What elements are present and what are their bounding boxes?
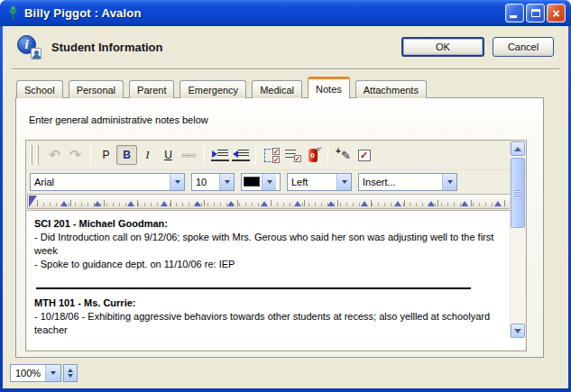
scrollbar-thumb[interactable] — [511, 158, 525, 228]
add-note-button[interactable]: +✎ — [333, 145, 354, 165]
font-size-select[interactable]: 10 — [191, 173, 235, 191]
tab-stop-marker[interactable] — [261, 201, 268, 206]
note-divider — [36, 287, 471, 289]
format-bar: Arial 10 Left — [26, 170, 526, 194]
add-note-icon: +✎ — [336, 148, 351, 162]
tab-stop-marker[interactable] — [294, 201, 301, 206]
tab-stop-marker[interactable] — [60, 201, 68, 206]
chevron-down-icon[interactable] — [262, 174, 276, 190]
redo-icon: ↷ — [69, 147, 81, 163]
chevron-down-icon[interactable] — [45, 365, 60, 381]
dialog-header: i Student Information OK Cancel — [17, 34, 554, 59]
alignment-select[interactable]: Left — [287, 173, 352, 191]
tab-stop-marker[interactable] — [127, 201, 134, 206]
font-family-select[interactable]: Arial — [30, 173, 185, 191]
outdent-button[interactable] — [230, 145, 251, 165]
strikethrough-icon: ABC — [181, 151, 196, 160]
close-button[interactable]: × — [547, 4, 566, 23]
tab-parent[interactable]: Parent — [129, 80, 174, 98]
tab-personal[interactable]: Personal — [69, 80, 124, 98]
zoom-level-select[interactable]: 100% — [10, 364, 61, 382]
toolbar-separator — [90, 145, 91, 165]
maximize-button[interactable] — [526, 4, 545, 23]
note-heading: MTH 101 - Ms. Currie: — [34, 296, 502, 310]
toolbar-grip[interactable] — [30, 145, 32, 165]
tab-medical[interactable]: Medical — [252, 80, 302, 98]
scroll-down-button[interactable] — [511, 324, 525, 338]
auto-number-icon: 0=' — [309, 149, 318, 162]
note-heading: SCI 201 - Michael Goodman: — [34, 217, 502, 231]
chevron-down-icon[interactable] — [336, 174, 351, 190]
checklist-icon: ✓ — [285, 149, 299, 161]
zoom-control: 100% — [10, 364, 78, 382]
tab-stop-marker[interactable] — [194, 201, 201, 206]
chevron-down-icon[interactable] — [442, 174, 456, 190]
spin-down-icon — [68, 374, 73, 378]
window-controls: × — [505, 4, 566, 23]
window-title: Billy Piggot : Avalon — [24, 6, 142, 20]
tab-stop-marker[interactable] — [227, 201, 235, 206]
notes-text-area[interactable]: SCI 201 - Michael Goodman: - Did Introdu… — [27, 210, 525, 350]
page-title: Student Information — [51, 41, 163, 54]
header-separator — [12, 68, 559, 70]
chevron-down-icon — [514, 329, 521, 333]
tab-stop-marker[interactable] — [428, 201, 435, 206]
redo-button[interactable]: ↷ — [65, 145, 86, 165]
left-indent-marker[interactable] — [29, 196, 37, 207]
tab-attachments[interactable]: Attachments — [355, 80, 427, 98]
paragraph-button[interactable]: P — [96, 145, 116, 165]
tab-stop-marker[interactable] — [461, 201, 468, 206]
app-icon — [7, 5, 20, 22]
checkbox-field-button[interactable]: ✓ ✓ — [261, 145, 281, 165]
auto-number-button[interactable]: 0=' — [302, 145, 323, 165]
notes-tab-panel: Enter general administrative notes below… — [15, 97, 544, 358]
tab-notes[interactable]: Notes — [308, 77, 350, 98]
chevron-up-icon — [514, 147, 521, 151]
zoom-level-value: 100% — [11, 365, 45, 381]
insert-select[interactable]: Insert... — [358, 173, 457, 191]
tab-stop-marker[interactable] — [161, 201, 168, 206]
titlebar[interactable]: Billy Piggot : Avalon × — [0, 0, 571, 26]
scroll-up-button[interactable] — [511, 141, 525, 156]
close-icon: × — [552, 7, 559, 20]
strikethrough-button[interactable]: ABC — [179, 145, 199, 165]
vertical-scrollbar[interactable] — [510, 141, 525, 338]
cancel-button[interactable]: Cancel — [493, 37, 554, 57]
tab-school[interactable]: School — [16, 80, 63, 98]
undo-button[interactable]: ↶ — [44, 145, 65, 165]
toolbar-grip[interactable] — [36, 145, 39, 165]
tab-emergency[interactable]: Emergency — [180, 80, 246, 98]
student-information-icon: i — [17, 35, 41, 59]
tab-stop-marker[interactable] — [327, 201, 335, 206]
dialog-window: Billy Piggot : Avalon × i Student Inform… — [0, 0, 571, 392]
bold-button[interactable]: B — [116, 145, 137, 165]
tab-bar: School Personal Parent Emergency Medical… — [16, 77, 427, 98]
minimize-button[interactable] — [505, 4, 524, 23]
tab-stop-marker[interactable] — [361, 201, 368, 206]
note-line: - Did Introduction call on 9/12/06; spok… — [34, 231, 502, 258]
spellcheck-button[interactable]: ✓ — [354, 145, 374, 165]
ruler[interactable] — [27, 194, 525, 209]
maximize-icon — [531, 9, 540, 17]
tab-stop-marker[interactable] — [394, 201, 401, 206]
tab-stop-marker[interactable] — [494, 201, 502, 206]
chevron-down-icon[interactable] — [170, 174, 184, 190]
checkbox-field-icon: ✓ ✓ — [264, 149, 278, 162]
font-color-swatch — [244, 177, 260, 187]
person-badge-icon — [31, 48, 41, 59]
chevron-down-icon[interactable] — [219, 174, 234, 190]
dialog-body: i Student Information OK Cancel School P… — [3, 26, 568, 388]
checklist-button[interactable]: ✓ — [281, 145, 302, 165]
tab-stop-marker[interactable] — [94, 201, 101, 206]
zoom-spinner[interactable] — [63, 364, 78, 382]
indent-button[interactable] — [209, 145, 230, 165]
italic-button[interactable]: I — [137, 145, 158, 165]
note-line: - Spoke to guidance dept. on 11/10/06 re… — [34, 258, 502, 271]
font-color-select[interactable] — [241, 173, 281, 191]
underline-button[interactable]: U — [158, 145, 179, 165]
indent-icon — [211, 149, 229, 161]
toolbar-separator — [327, 145, 328, 165]
spin-up-icon — [68, 369, 73, 372]
ok-button[interactable]: OK — [401, 37, 484, 57]
outdent-icon — [232, 149, 250, 161]
